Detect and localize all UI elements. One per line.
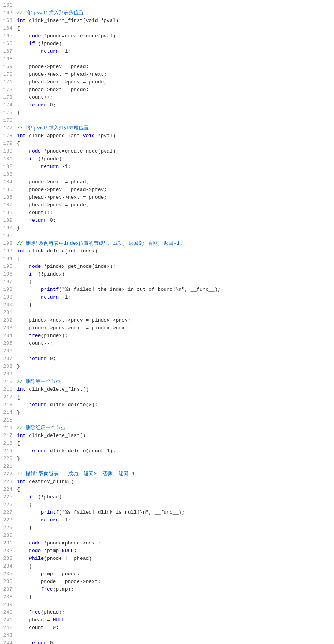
line-number: 169 <box>0 63 17 71</box>
line-number: 163 <box>0 17 17 25</box>
code-line: 190} <box>0 224 334 232</box>
line-text: free(pindex); <box>17 332 334 340</box>
line-number: 238 <box>0 593 17 601</box>
line-text: return -1; <box>17 163 334 171</box>
line-text: return 0; <box>17 639 334 644</box>
code-line: 244 return 0; <box>0 639 334 644</box>
line-number: 224 <box>0 486 17 493</box>
code-line: 198 printf("%s failed! the index in out … <box>0 286 334 294</box>
code-line: 196 if (!pindex) <box>0 271 334 278</box>
line-number: 223 <box>0 478 17 486</box>
code-line: 181 if (!pnode) <box>0 155 334 163</box>
line-number: 171 <box>0 78 17 86</box>
line-number: 162 <box>0 9 17 17</box>
line-text: pnode->next = phead->next; <box>17 71 334 78</box>
line-text: if (!phead) <box>17 493 334 501</box>
line-number: 188 <box>0 209 17 217</box>
line-number: 199 <box>0 294 17 301</box>
code-line: 177// 将"pval"插入到列末尾位置 <box>0 124 334 132</box>
code-line: 204 free(pindex); <box>0 332 334 340</box>
line-number: 232 <box>0 547 17 555</box>
line-text: phead->next = pnode; <box>17 86 334 94</box>
code-line: 230 <box>0 532 334 539</box>
line-number: 207 <box>0 355 17 363</box>
code-line: 162// 将"pval"插入到表头位置 <box>0 9 334 17</box>
code-line: 224{ <box>0 486 334 493</box>
line-text: { <box>17 563 334 570</box>
code-line: 178int dlink_append_last(void *pval) <box>0 132 334 140</box>
code-line: 186 phead->prev->next = pnode; <box>0 194 334 201</box>
line-text: count++; <box>17 209 334 217</box>
line-text: return -1; <box>17 294 334 301</box>
code-editor: 161 162// 将"pval"插入到表头位置163int dlink_ins… <box>0 0 334 644</box>
line-text <box>17 309 334 317</box>
code-line: 215 <box>0 417 334 424</box>
code-line: 208} <box>0 363 334 370</box>
line-text <box>17 532 334 539</box>
line-text: } <box>17 409 334 417</box>
line-text: node *ptmp=NULL; <box>17 547 334 555</box>
line-text: { <box>17 486 334 493</box>
line-text: phead->next->prev = pnode; <box>17 78 334 86</box>
code-line: 163int dlink_insert_first(void *pval) <box>0 17 334 25</box>
code-line: 165 node *pnode=create_node(pval); <box>0 32 334 40</box>
line-number: 216 <box>0 424 17 432</box>
code-line: 213 return dlink_delete(0); <box>0 401 334 409</box>
line-text: printf("%s failed! dlink is null!\n", __… <box>17 509 334 516</box>
code-line: 191 <box>0 232 334 240</box>
line-number: 186 <box>0 194 17 201</box>
code-line: 176 <box>0 117 334 124</box>
code-line: 242 count = 0; <box>0 624 334 632</box>
line-number: 210 <box>0 378 17 386</box>
line-number: 230 <box>0 532 17 539</box>
line-text: node *pnode=create_node(pval); <box>17 32 334 40</box>
line-text <box>17 417 334 424</box>
line-text <box>17 463 334 470</box>
line-text: return dlink_delete(count-1); <box>17 447 334 455</box>
line-number: 181 <box>0 155 17 163</box>
line-number: 203 <box>0 324 17 332</box>
line-text: { <box>17 140 334 148</box>
code-line: 229 } <box>0 524 334 532</box>
code-line: 227 printf("%s failed! dlink is null!\n"… <box>0 509 334 516</box>
code-line: 233 while(pnode != phead) <box>0 555 334 563</box>
line-number: 175 <box>0 109 17 117</box>
code-line: 231 node *pnode=phead->next; <box>0 539 334 547</box>
code-line: 223int destroy_dlink() <box>0 478 334 486</box>
line-text: while(pnode != phead) <box>17 555 334 563</box>
line-text: int dlink_insert_first(void *pval) <box>17 17 334 25</box>
line-text: } <box>17 224 334 232</box>
code-line: 207 return 0; <box>0 355 334 363</box>
line-number: 170 <box>0 71 17 78</box>
code-line: 199 return -1; <box>0 294 334 301</box>
code-line: 241 phead = NULL; <box>0 616 334 624</box>
line-number: 219 <box>0 447 17 455</box>
code-line: 243 <box>0 632 334 639</box>
line-number: 214 <box>0 409 17 417</box>
line-text: int dlink_delete_first() <box>17 386 334 393</box>
code-line: 175} <box>0 109 334 117</box>
line-text: { <box>17 278 334 286</box>
line-number: 226 <box>0 501 17 509</box>
line-number: 211 <box>0 386 17 393</box>
line-text: // 删除组后一个节点 <box>17 424 334 432</box>
line-number: 204 <box>0 332 17 340</box>
line-text: phead->prev = pnode; <box>17 201 334 209</box>
line-number: 218 <box>0 440 17 447</box>
line-text <box>17 2 334 9</box>
line-number: 161 <box>0 2 17 9</box>
code-line: 217int dlink_delete_last() <box>0 432 334 440</box>
line-number: 179 <box>0 140 17 148</box>
line-number: 244 <box>0 639 17 644</box>
line-number: 234 <box>0 563 17 570</box>
code-line: 228 return -1; <box>0 516 334 524</box>
code-line: 168 <box>0 55 334 63</box>
line-number: 191 <box>0 232 17 240</box>
line-number: 212 <box>0 393 17 401</box>
line-text: if (!pnode) <box>17 40 334 48</box>
code-line: 225 if (!phead) <box>0 493 334 501</box>
line-text: count++; <box>17 94 334 101</box>
line-number: 190 <box>0 224 17 232</box>
code-line: 212{ <box>0 393 334 401</box>
line-number: 187 <box>0 201 17 209</box>
